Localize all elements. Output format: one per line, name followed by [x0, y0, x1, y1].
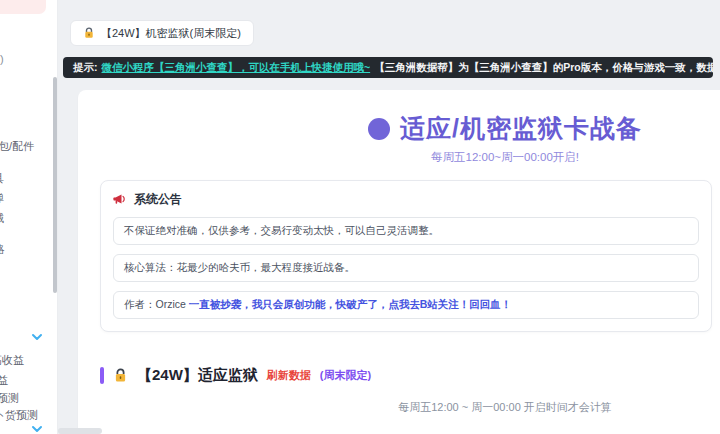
- lock-icon: [83, 27, 95, 39]
- chevron-down-icon[interactable]: [31, 423, 43, 434]
- notice-text: 【三角洲数据帮】为【三角洲小查查】的Pro版本，价格与游戏一致，数据实时更新!: [374, 61, 713, 75]
- section-header: 【24W】适应监狱 刷新数据 (周末限定): [100, 366, 371, 385]
- sidebar-item-label[interactable]: 略: [0, 242, 5, 257]
- author-prefix: 作者：Orzice: [124, 298, 186, 310]
- sidebar-item-label[interactable]: 卜货预测: [0, 408, 38, 423]
- section-accent-bar: [100, 367, 104, 384]
- announcement-panel: 系统公告 不保证绝对准确，仅供参考，交易行变动太快，可以自己灵活调整。 核心算法…: [100, 180, 712, 332]
- tab-jail-24w[interactable]: 【24W】机密监狱(周末限定): [70, 20, 254, 46]
- content-card: 适应/机密监狱卡战备 每周五12:00~周一00:00开启! 系统公告 不保证绝…: [78, 90, 720, 434]
- announcement-row: 核心算法：花最少的哈夫币，最大程度接近战备。: [113, 254, 699, 282]
- sidebar-item-label[interactable]: 弹: [0, 191, 4, 206]
- sidebar-active-item[interactable]: [0, 0, 46, 14]
- page-title-row: 适应/机密监狱卡战备: [78, 112, 720, 145]
- sidebar-item-label[interactable]: ): [0, 53, 4, 65]
- chevron-down-icon[interactable]: [31, 331, 43, 343]
- purple-circle-icon: [368, 118, 390, 140]
- notice-prefix: 提示:: [73, 61, 98, 75]
- main-area: 【24W】机密监狱(周末限定) 提示: 微信小程序【三角洲小查查】，可以在手机上…: [58, 0, 720, 434]
- announcement-row-author: 作者：Orzice 一直被抄袭，我只会原创功能，快破产了，点我去B站关注！回回血…: [113, 291, 699, 319]
- lock-icon: [113, 368, 128, 383]
- announcement-header: 系统公告: [113, 191, 699, 208]
- sidebar-item-label[interactable]: 益: [0, 373, 8, 388]
- bilibili-follow-link[interactable]: 一直被抄袭，我只会原创功能，快破产了，点我去B站关注！回回血！: [189, 298, 512, 310]
- megaphone-icon: [113, 193, 127, 206]
- sidebar: ) 包/配件 具 弹 械 略 高收益 益 预测 卜货预测: [0, 0, 58, 434]
- notice-miniprogram-link[interactable]: 微信小程序【三角洲小查查】，可以在手机上快捷使用哦~: [102, 61, 371, 75]
- sidebar-item-label[interactable]: 预测: [0, 391, 19, 406]
- sidebar-item-label[interactable]: 具: [0, 171, 4, 186]
- page-subtitle: 每周五12:00~周一00:00开启!: [78, 150, 720, 165]
- sidebar-scrollbar[interactable]: [53, 77, 57, 293]
- sidebar-item-label[interactable]: 高收益: [0, 353, 24, 368]
- horizontal-scrollbar[interactable]: [58, 428, 102, 434]
- refresh-data-button[interactable]: 刷新数据: [267, 368, 311, 383]
- weekend-limited-badge: (周末限定): [320, 368, 371, 383]
- announcement-title: 系统公告: [134, 191, 182, 208]
- page-title: 适应/机密监狱卡战备: [400, 112, 642, 145]
- notice-bar: 提示: 微信小程序【三角洲小查查】，可以在手机上快捷使用哦~ 【三角洲数据帮】为…: [63, 57, 713, 78]
- tab-label: 【24W】机密监狱(周末限定): [101, 26, 241, 41]
- announcement-row: 不保证绝对准确，仅供参考，交易行变动太快，可以自己灵活调整。: [113, 217, 699, 245]
- sidebar-item-label[interactable]: 包/配件: [0, 139, 34, 154]
- sidebar-item-label[interactable]: 械: [0, 211, 4, 226]
- schedule-note: 每周五12:00 ~ 周一00:00 开启时间才会计算: [78, 400, 720, 415]
- section-title: 【24W】适应监狱: [137, 366, 258, 385]
